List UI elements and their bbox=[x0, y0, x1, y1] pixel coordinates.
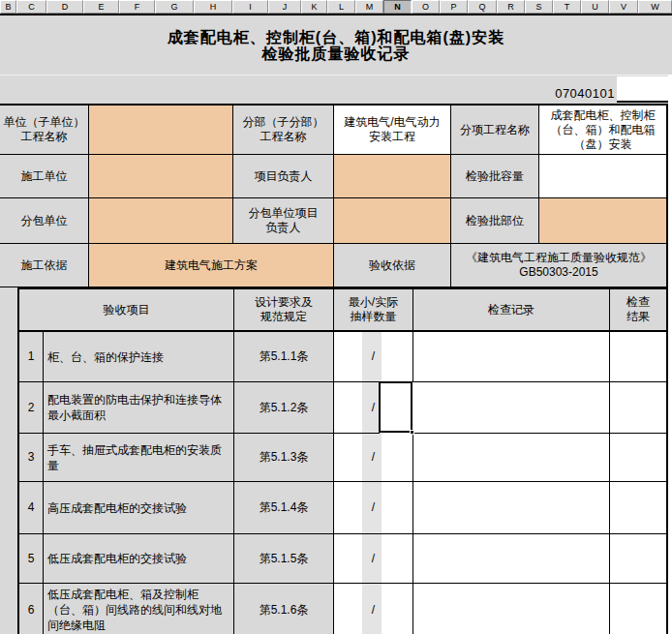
column-header[interactable]: L bbox=[327, 0, 355, 14]
column-header[interactable]: P bbox=[440, 0, 468, 14]
row-record-cell[interactable] bbox=[413, 584, 610, 634]
column-header[interactable]: U bbox=[581, 0, 609, 14]
row-record-cell[interactable] bbox=[413, 382, 610, 434]
header-design-requirement: 设计要求及 规范规定 bbox=[234, 289, 334, 332]
label-construction-unit: 施工单位 bbox=[0, 155, 89, 198]
sheet-right-margin bbox=[668, 75, 672, 634]
row-record-cell[interactable] bbox=[413, 482, 610, 534]
label-line: 分部（子分部） bbox=[243, 115, 324, 130]
row-item: 低压成套配电柜、箱及控制柜（台、箱）间线路的线间和线对地间绝缘电阻 bbox=[44, 584, 234, 634]
row-result-cell[interactable] bbox=[610, 434, 666, 482]
column-header[interactable]: Q bbox=[468, 0, 497, 14]
input-project-leader[interactable] bbox=[334, 155, 451, 198]
inspection-table: 验收项目 设计要求及 规范规定 最小/实际 抽样数量 检查记录 检查 结果 1 … bbox=[17, 287, 668, 634]
label-subcontract-unit: 分包单位 bbox=[0, 198, 89, 244]
label-subdivision-project-name: 分部（子分部） 工程名称 bbox=[233, 106, 334, 155]
column-header[interactable]: E bbox=[83, 0, 119, 14]
input-unit-project-name[interactable] bbox=[89, 106, 233, 155]
spreadsheet-page: B C D E F G H I J K L M N O P Q R S T U … bbox=[0, 0, 672, 634]
column-header-row: B C D E F G H I J K L M N O P Q R S T U … bbox=[0, 0, 672, 14]
row-result-cell[interactable] bbox=[610, 382, 666, 434]
label-line: 分包单位项目 bbox=[249, 206, 319, 221]
row-record-cell[interactable] bbox=[413, 434, 610, 482]
row-item: 配电装置的防电击保护和连接导体最小截面积 bbox=[44, 382, 234, 434]
header-acceptance-item: 验收项目 bbox=[19, 289, 234, 332]
column-header[interactable]: H bbox=[194, 0, 232, 14]
form-code: 07040101 bbox=[555, 86, 615, 101]
header-sample-quantity: 最小/实际 抽样数量 bbox=[334, 289, 413, 332]
header-line: 设计要求及 bbox=[255, 295, 313, 310]
input-batch-location[interactable] bbox=[539, 198, 666, 244]
column-header[interactable]: F bbox=[119, 0, 155, 14]
header-line: 结果 bbox=[626, 310, 650, 324]
label-project-leader: 项目负责人 bbox=[233, 155, 334, 198]
qty-value: / bbox=[372, 552, 375, 566]
row-qty-cell[interactable]: / bbox=[334, 534, 413, 584]
value-acceptance-basis[interactable]: 《建筑电气工程施工质量验收规范》 GB50303-2015 bbox=[451, 244, 666, 287]
column-header[interactable]: M bbox=[355, 0, 383, 14]
value-line: 建筑电气/电气动力 bbox=[344, 115, 440, 130]
row-item: 低压成套配电柜的交接试验 bbox=[44, 534, 234, 584]
qty-value: / bbox=[372, 450, 375, 465]
label-unit-project-name: 单位（子单位） 工程名称 bbox=[0, 106, 89, 155]
input-subcontract-unit[interactable] bbox=[89, 198, 233, 244]
row-item: 手车、抽屉式成套配电柜的安装质量 bbox=[44, 434, 234, 482]
row-item: 高压成套配电柜的交接试验 bbox=[44, 482, 234, 534]
row-qty-cell[interactable]: / bbox=[334, 434, 413, 482]
qty-value: / bbox=[372, 349, 375, 364]
row-result-cell[interactable] bbox=[610, 332, 666, 382]
column-header-selected[interactable]: N bbox=[383, 0, 412, 14]
row-spec: 第5.1.1条 bbox=[234, 332, 334, 382]
value-line: GB50303-2015 bbox=[519, 265, 597, 280]
input-batch-capacity[interactable] bbox=[539, 155, 666, 198]
column-header[interactable]: R bbox=[497, 0, 525, 14]
row-spec: 第5.1.3条 bbox=[234, 434, 334, 482]
row-number: 2 bbox=[19, 382, 44, 434]
label-subcontract-leader: 分包单位项目 负责人 bbox=[233, 198, 334, 244]
row-qty-cell[interactable]: / bbox=[334, 332, 413, 382]
column-header[interactable]: K bbox=[301, 0, 327, 14]
header-line: 规范规定 bbox=[260, 310, 307, 324]
qty-value: / bbox=[372, 500, 375, 515]
active-cell-selection[interactable] bbox=[379, 381, 412, 433]
column-header[interactable]: D bbox=[46, 0, 83, 14]
label-subitem-project-name: 分项工程名称 bbox=[451, 106, 539, 155]
fill-handle[interactable] bbox=[410, 430, 414, 435]
code-adjacent-cell[interactable] bbox=[617, 76, 668, 103]
input-subcontract-leader[interactable] bbox=[334, 198, 451, 244]
row-record-cell[interactable] bbox=[413, 534, 610, 584]
value-subdivision-project[interactable]: 建筑电气/电气动力 安装工程 bbox=[334, 106, 451, 155]
column-header[interactable]: C bbox=[16, 0, 46, 14]
value-subitem-project-name[interactable]: 成套配电柜、控制柜（台、箱）和配电箱（盘）安装 bbox=[539, 106, 666, 155]
column-header[interactable]: W bbox=[638, 0, 672, 14]
row-number: 4 bbox=[19, 482, 44, 534]
row-qty-cell[interactable]: / bbox=[334, 584, 413, 634]
column-header[interactable]: I bbox=[232, 0, 268, 14]
row-number: 1 bbox=[19, 332, 44, 382]
header-line: 抽样数量 bbox=[351, 310, 397, 324]
column-header[interactable]: V bbox=[609, 0, 638, 14]
row-spec: 第5.1.4条 bbox=[234, 482, 334, 534]
row-qty-cell[interactable]: / bbox=[334, 482, 413, 534]
value-construction-basis[interactable]: 建筑电气施工方案 bbox=[89, 244, 334, 287]
column-header[interactable]: B bbox=[0, 0, 16, 14]
label-construction-basis: 施工依据 bbox=[0, 244, 89, 287]
form-title: 成套配电柜、控制柜(台、箱)和配电箱(盘)安装 检验批质量验收记录 bbox=[0, 14, 672, 75]
row-result-cell[interactable] bbox=[610, 584, 666, 634]
row-result-cell[interactable] bbox=[610, 534, 666, 584]
form-title-line2: 检验批质量验收记录 bbox=[262, 45, 411, 62]
qty-value: / bbox=[372, 603, 375, 618]
column-header[interactable]: O bbox=[412, 0, 440, 14]
column-header[interactable]: S bbox=[525, 0, 553, 14]
column-header[interactable]: T bbox=[553, 0, 581, 14]
value-line: 《建筑电气工程施工质量验收规范》 bbox=[466, 251, 652, 265]
row-result-cell[interactable] bbox=[610, 482, 666, 534]
row-spec: 第5.1.6条 bbox=[234, 584, 334, 634]
row-item: 柜、台、箱的保护连接 bbox=[44, 332, 234, 382]
label-line: 单位（子单位） bbox=[4, 115, 85, 130]
input-construction-unit[interactable] bbox=[89, 155, 233, 198]
row-record-cell[interactable] bbox=[413, 332, 610, 382]
column-header[interactable]: G bbox=[155, 0, 194, 14]
row-number: 3 bbox=[19, 434, 44, 482]
column-header[interactable]: J bbox=[268, 0, 301, 14]
